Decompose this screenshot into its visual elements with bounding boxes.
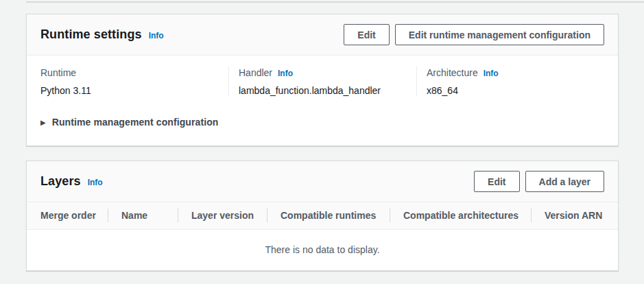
runtime-settings-actions: Edit Edit runtime management configurati… — [338, 24, 604, 45]
architecture-field-label: Architecture — [427, 67, 478, 79]
architecture-info-link[interactable]: Info — [484, 69, 499, 78]
handler-field: Handler Info lambda_function.lambda_hand… — [228, 67, 416, 97]
empty-table-message: There is no data to display. — [27, 229, 618, 270]
layers-info-link[interactable]: Info — [88, 178, 103, 187]
column-header-compatible-runtimes[interactable]: Compatible runtimes — [267, 202, 390, 229]
edit-runtime-settings-button[interactable]: Edit — [344, 24, 389, 45]
layers-card-header: Layers Info Edit Add a layer — [27, 161, 618, 202]
runtime-field-label-row: Runtime — [40, 67, 217, 79]
edit-layers-button[interactable]: Edit — [474, 171, 519, 192]
handler-field-label: Handler — [239, 67, 272, 79]
previous-panel-divider — [26, 1, 644, 3]
architecture-field-label-row: Architecture Info — [427, 67, 593, 79]
runtime-field-value: Python 3.11 — [40, 84, 217, 97]
handler-field-label-row: Handler Info — [239, 67, 405, 79]
edit-runtime-management-configuration-button[interactable]: Edit runtime management configuration — [395, 24, 604, 45]
runtime-field: Runtime Python 3.11 — [40, 67, 228, 97]
handler-info-link[interactable]: Info — [278, 69, 293, 78]
layers-title-wrap: Layers Info — [40, 174, 103, 189]
runtime-settings-info-link[interactable]: Info — [149, 31, 164, 40]
runtime-management-configuration-expander-label: Runtime management configuration — [52, 116, 219, 129]
runtime-settings-card-header: Runtime settings Info Edit Edit runtime … — [27, 14, 618, 56]
runtime-settings-title: Runtime settings — [40, 27, 142, 42]
layers-card: Layers Info Edit Add a layer Merge order — [26, 161, 619, 271]
add-layer-button[interactable]: Add a layer — [525, 171, 604, 192]
column-header-name[interactable]: Name — [108, 202, 178, 229]
column-header-version-arn[interactable]: Version ARN — [531, 202, 618, 229]
column-header-merge-order[interactable]: Merge order — [27, 202, 108, 229]
runtime-settings-title-wrap: Runtime settings Info — [40, 27, 164, 42]
layers-table-empty-row: There is no data to display. — [27, 229, 618, 270]
layers-table-header-row: Merge order Name Layer version Compatibl… — [27, 202, 618, 229]
runtime-settings-card-body: Runtime Python 3.11 Handler Info lambda_… — [27, 56, 618, 145]
architecture-field-value: x86_64 — [427, 84, 593, 97]
layers-actions: Edit Add a layer — [468, 171, 604, 192]
lambda-code-tab-content: Runtime settings Info Edit Edit runtime … — [26, 0, 619, 271]
handler-field-value: lambda_function.lambda_handler — [239, 84, 405, 97]
runtime-field-label: Runtime — [40, 67, 76, 79]
column-header-layer-version[interactable]: Layer version — [178, 202, 267, 229]
runtime-settings-fields: Runtime Python 3.11 Handler Info lambda_… — [40, 67, 604, 97]
runtime-management-configuration-expander[interactable]: ▶ Runtime management configuration — [40, 116, 218, 129]
layers-title: Layers — [40, 174, 81, 189]
expand-caret-icon: ▶ — [40, 116, 46, 129]
column-header-compatible-architectures[interactable]: Compatible architectures — [390, 202, 531, 229]
runtime-settings-card: Runtime settings Info Edit Edit runtime … — [26, 14, 619, 146]
architecture-field: Architecture Info x86_64 — [416, 67, 604, 97]
layers-table: Merge order Name Layer version Compatibl… — [27, 202, 618, 270]
